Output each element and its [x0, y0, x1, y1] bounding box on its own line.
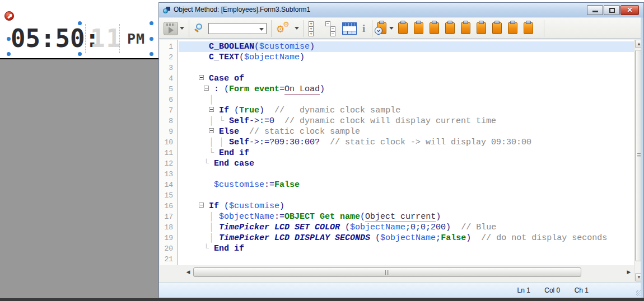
line-number: 19 [160, 233, 178, 243]
maximize-button[interactable] [604, 5, 620, 15]
clipboard-slot-7[interactable] [492, 22, 502, 34]
code-line[interactable]: │ └ Self->:=0 // dynamic clock will disp… [179, 116, 634, 126]
clipboard-history-button[interactable] [377, 22, 386, 34]
information-button[interactable]: i [362, 22, 365, 35]
selection-handle[interactable] [150, 37, 153, 41]
code-line[interactable] [179, 63, 634, 73]
selection-handle[interactable] [150, 21, 153, 25]
search-input[interactable] [208, 23, 267, 34]
horizontal-scrollbar[interactable]: ◀ ▶ [185, 267, 632, 277]
line-number: 13 [160, 169, 178, 180]
minimize-button[interactable] [587, 5, 603, 15]
code-line[interactable]: If (True) // dynamic clock sample [179, 105, 634, 116]
code-area[interactable]: C_BOOLEAN($customise) C_TEXT($objectName… [179, 40, 634, 265]
clipboard-slot-6[interactable] [477, 22, 486, 34]
clipboard-slot-3[interactable] [430, 22, 439, 34]
run-dropdown-arrow[interactable] [180, 27, 184, 30]
lcd-section-separator [85, 24, 86, 53]
clipboard-icon [432, 21, 437, 24]
code-editor[interactable]: 123456789101112131415161718192021 C_BOOL… [160, 40, 634, 265]
selection-handle[interactable] [7, 52, 11, 56]
line-number: 21 [160, 254, 178, 265]
code-line[interactable] [179, 254, 634, 265]
selection-handle[interactable] [7, 37, 11, 41]
code-line[interactable]: C_BOOLEAN($customise) [179, 41, 634, 52]
fold-toggle-icon[interactable] [199, 75, 204, 80]
selection-handle[interactable] [150, 52, 153, 56]
line-number: 4 [160, 73, 178, 84]
code-line[interactable] [179, 169, 634, 180]
code-line[interactable]: └ End if [179, 148, 634, 158]
macros-button[interactable]: ⚙ ⚙ [276, 21, 293, 36]
clipboard-dropdown-arrow[interactable] [389, 27, 394, 30]
search-dropdown-arrow[interactable] [259, 28, 264, 31]
toolbar-separator [304, 20, 304, 37]
lcd-section-separator [119, 24, 120, 53]
expand-all-button[interactable]: + + + [309, 21, 320, 36]
clipboard-slot-1[interactable] [398, 22, 408, 34]
maximize-icon [609, 8, 615, 13]
lcd-clock-widget[interactable]: 05:50: 11 PM [8, 23, 152, 54]
gear-icon: ⚙ [283, 21, 290, 28]
play-icon [169, 27, 174, 34]
clipboard-icon [416, 21, 421, 24]
line-number: 3 [160, 63, 178, 73]
status-line: Ln 1 [517, 286, 530, 294]
fold-toggle-icon[interactable] [209, 107, 214, 112]
code-line[interactable]: │ │ Self->:=?09:30:00? // static clock -… [179, 137, 634, 148]
scroll-left-arrow[interactable]: ◀ [185, 268, 191, 276]
fold-toggle-icon[interactable] [209, 128, 214, 133]
code-line[interactable]: Case of [179, 73, 634, 84]
fold-toggle-icon[interactable] [199, 203, 204, 208]
method-icon [163, 6, 171, 14]
window-title: Object Method: [Employees].Form3.Subform… [174, 6, 310, 13]
object-method-badge-icon[interactable] [4, 11, 14, 21]
clipboard-slot-4[interactable] [445, 22, 455, 34]
code-line[interactable]: If ($customise) [179, 201, 634, 211]
line-number: 12 [160, 158, 178, 169]
clipboard-slot-8[interactable] [508, 22, 517, 34]
close-button[interactable]: ✕ [620, 5, 639, 15]
horizontal-scroll-thumb[interactable] [193, 267, 581, 277]
line-number: 10 [160, 137, 178, 148]
line-number: 14 [160, 180, 178, 190]
scroll-right-arrow[interactable]: ▶ [626, 268, 632, 276]
status-character: Ch 1 [575, 286, 589, 294]
code-line[interactable]: └ End if [179, 243, 634, 254]
code-line[interactable]: │ TimePicker LCD SET COLOR ($objectName;… [179, 222, 634, 233]
fold-toggle-icon[interactable] [204, 86, 209, 91]
macros-dropdown-arrow[interactable] [295, 27, 299, 30]
clipboard-icon [510, 21, 515, 24]
line-number: 16 [160, 201, 178, 211]
method-properties-button[interactable] [342, 22, 357, 35]
clipboard-icon [479, 21, 484, 24]
code-line[interactable]: $customise:=False [179, 180, 634, 190]
selection-handle[interactable] [78, 52, 82, 56]
title-bar[interactable]: Object Method: [Employees].Form3.Subform… [159, 3, 643, 17]
collapse-all-button[interactable]: − − − [325, 21, 337, 36]
code-line[interactable]: C_TEXT($objectName) [179, 52, 634, 63]
minimize-icon [592, 11, 598, 12]
clipboard-slot-9[interactable] [524, 22, 533, 34]
code-line[interactable]: │ $objectName:=OBJECT Get name(Object cu… [179, 211, 634, 222]
status-column: Col 0 [544, 286, 560, 294]
selection-handle[interactable] [78, 21, 82, 25]
toolbar-separator [271, 20, 272, 37]
clipboard-slot-2[interactable] [414, 22, 423, 34]
code-line[interactable] [179, 190, 634, 201]
code-line[interactable]: : (Form event=On Load) [179, 84, 634, 95]
code-line[interactable]: └ End case [179, 158, 634, 169]
lcd-seconds-display: 11 [90, 24, 122, 53]
code-line[interactable]: Else // static clock sample [179, 126, 634, 137]
status-bar: Ln 1 Col 0 Ch 1 [159, 283, 643, 298]
line-number: 17 [160, 211, 178, 222]
clipboard-slot-5[interactable] [461, 22, 470, 34]
code-line[interactable]: │ TimePicker LCD DISPLAY SECONDS ($objec… [179, 233, 634, 243]
line-number: 20 [160, 243, 178, 254]
screen-bottom-edge [0, 298, 644, 301]
toolbar: ⚙ ⚙ + + + − − − i [159, 18, 643, 39]
horizontal-scroll-strip: ◀ ▶ [160, 265, 634, 280]
toolbar-separator [372, 20, 372, 37]
code-line[interactable]: │ [179, 95, 634, 105]
run-method-button[interactable] [164, 22, 178, 35]
